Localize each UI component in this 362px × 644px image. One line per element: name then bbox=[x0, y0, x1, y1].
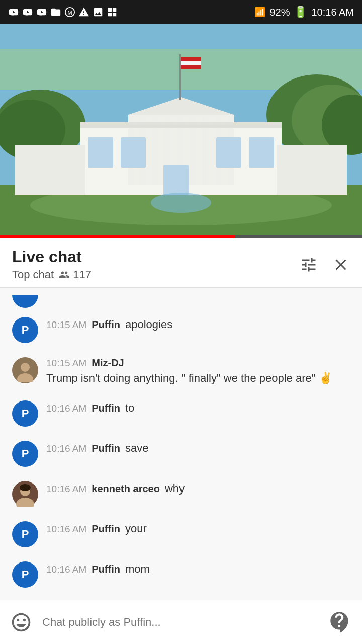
svg-point-35 bbox=[151, 193, 211, 213]
alert-icon bbox=[78, 7, 89, 18]
svg-rect-29 bbox=[277, 145, 347, 195]
chat-message: P 10:15 AM Puffin apologies bbox=[0, 310, 362, 350]
video-progress-bar[interactable] bbox=[0, 235, 362, 238]
message-author-puffin-5: Puffin bbox=[92, 564, 120, 575]
video-thumbnail bbox=[0, 24, 362, 235]
emoji-icon bbox=[10, 611, 32, 633]
kenneth-avatar-image bbox=[12, 481, 38, 507]
message-author-puffin-1: Puffin bbox=[92, 319, 120, 331]
chat-message-mizdj: 10:15 AM Miz-DJ Trump isn't doing anythi… bbox=[0, 350, 362, 393]
message-content-puffin-to: 10:16 AM Puffin to bbox=[46, 400, 350, 418]
chat-title-area: Live chat Top chat 117 bbox=[12, 248, 92, 281]
chat-message-puffin-mom: P 10:16 AM Puffin mom bbox=[0, 554, 362, 595]
chat-message-puffin-your: P 10:16 AM Puffin your bbox=[0, 514, 362, 554]
image-icon bbox=[93, 7, 104, 18]
avatar-puffin-3: P bbox=[12, 441, 38, 467]
person-icon bbox=[59, 269, 70, 280]
youtube2-icon bbox=[22, 7, 33, 18]
chat-text-input[interactable] bbox=[42, 616, 318, 629]
svg-rect-26 bbox=[249, 137, 274, 168]
message-time-mizdj: 10:15 AM bbox=[46, 358, 86, 369]
svg-rect-23 bbox=[88, 137, 113, 168]
svg-rect-33 bbox=[181, 61, 201, 65]
close-chat-button[interactable] bbox=[332, 256, 350, 274]
battery-icon: 🔋 bbox=[294, 6, 307, 19]
message-text-puffin-save: save bbox=[125, 441, 148, 456]
message-author-kenneth: kenneth arceo bbox=[92, 483, 160, 495]
time-display: 10:16 AM bbox=[311, 7, 354, 18]
partial-avatar-top bbox=[12, 295, 38, 308]
message-content-1: 10:15 AM Puffin apologies bbox=[46, 317, 350, 335]
message-time-puffin-save: 10:16 AM bbox=[46, 443, 86, 454]
status-bar: M 📶 92% 🔋 10:16 AM bbox=[0, 0, 362, 24]
mastodon-icon: M bbox=[64, 7, 75, 18]
message-meta-mizdj: 10:15 AM Miz-DJ bbox=[46, 357, 350, 369]
message-time-1: 10:15 AM bbox=[46, 319, 86, 331]
message-author-puffin-4: Puffin bbox=[92, 523, 120, 535]
message-text-puffin-to: to bbox=[125, 400, 134, 416]
message-content-mizdj: 10:15 AM Miz-DJ Trump isn't doing anythi… bbox=[46, 357, 350, 386]
super-thanks-button[interactable] bbox=[326, 609, 354, 635]
video-player[interactable] bbox=[0, 24, 362, 235]
chat-input-bar bbox=[0, 600, 362, 644]
mizdj-avatar-image bbox=[13, 358, 37, 382]
message-content-kenneth: 10:16 AM kenneth arceo why bbox=[46, 481, 350, 499]
avatar-puffin-1: P bbox=[12, 317, 38, 343]
top-chat-label[interactable]: Top chat bbox=[12, 268, 54, 281]
status-bar-info: 📶 92% 🔋 10:16 AM bbox=[254, 6, 354, 19]
avatar-puffin-2: P bbox=[12, 400, 38, 427]
status-bar-apps: M bbox=[8, 7, 118, 18]
message-author-mizdj: Miz-DJ bbox=[92, 357, 124, 369]
message-text-kenneth: why bbox=[165, 481, 185, 497]
avatar-kenneth bbox=[12, 481, 38, 507]
message-time-kenneth: 10:16 AM bbox=[46, 484, 86, 495]
svg-text:M: M bbox=[67, 10, 72, 16]
svg-point-37 bbox=[21, 363, 30, 372]
svg-rect-22 bbox=[80, 122, 282, 128]
message-meta-puffin-save: 10:16 AM Puffin save bbox=[46, 441, 350, 456]
message-time-puffin-your: 10:16 AM bbox=[46, 524, 86, 535]
svg-rect-28 bbox=[15, 145, 85, 195]
svg-rect-27 bbox=[163, 165, 189, 195]
youtube3-icon bbox=[36, 7, 47, 18]
chat-message-puffin-to: P 10:16 AM Puffin to bbox=[0, 393, 362, 434]
svg-rect-25 bbox=[216, 137, 241, 168]
chat-message-kenneth: 10:16 AM kenneth arceo why bbox=[0, 474, 362, 514]
chat-subtitle-row: Top chat 117 bbox=[12, 268, 92, 281]
message-meta-puffin-mom: 10:16 AM Puffin mom bbox=[46, 561, 350, 577]
wifi-icon: 📶 bbox=[254, 7, 265, 18]
emoji-button[interactable] bbox=[8, 609, 34, 635]
viewer-count-number: 117 bbox=[73, 268, 92, 281]
message-meta-kenneth: 10:16 AM kenneth arceo why bbox=[46, 481, 350, 497]
send-super-thanks-icon bbox=[327, 610, 352, 635]
message-time-puffin-to: 10:16 AM bbox=[46, 403, 86, 414]
viewer-count: 117 bbox=[59, 268, 92, 281]
svg-rect-34 bbox=[181, 65, 201, 69]
chat-message-puffin-save: P 10:16 AM Puffin save bbox=[0, 434, 362, 474]
filter-settings-button[interactable] bbox=[300, 256, 318, 274]
grid-icon bbox=[107, 7, 118, 18]
chat-header-icons bbox=[300, 256, 350, 274]
chat-header: Live chat Top chat 117 bbox=[0, 238, 362, 288]
message-author-puffin-3: Puffin bbox=[92, 443, 120, 454]
message-content-puffin-save: 10:16 AM Puffin save bbox=[46, 441, 350, 458]
svg-rect-30 bbox=[179, 54, 181, 100]
message-text-puffin-your: your bbox=[125, 521, 147, 537]
avatar-puffin-5: P bbox=[12, 561, 38, 588]
message-author-puffin-2: Puffin bbox=[92, 403, 120, 414]
filter-icon bbox=[300, 256, 318, 274]
avatar-puffin-4: P bbox=[12, 521, 38, 547]
live-chat-title: Live chat bbox=[12, 248, 92, 266]
message-text-puffin-mom: mom bbox=[125, 561, 150, 577]
message-text-mizdj: Trump isn't doing anything. " finally" w… bbox=[46, 371, 350, 386]
partial-message-top bbox=[0, 293, 362, 310]
message-meta-puffin-your: 10:16 AM Puffin your bbox=[46, 521, 350, 537]
message-text-1: apologies bbox=[125, 317, 172, 333]
youtube-icon bbox=[8, 7, 19, 18]
message-meta-puffin-to: 10:16 AM Puffin to bbox=[46, 400, 350, 416]
message-content-puffin-your: 10:16 AM Puffin your bbox=[46, 521, 350, 539]
message-content-puffin-mom: 10:16 AM Puffin mom bbox=[46, 561, 350, 579]
message-time-puffin-mom: 10:16 AM bbox=[46, 564, 86, 575]
folder-icon bbox=[50, 7, 61, 18]
progress-fill bbox=[0, 235, 235, 238]
